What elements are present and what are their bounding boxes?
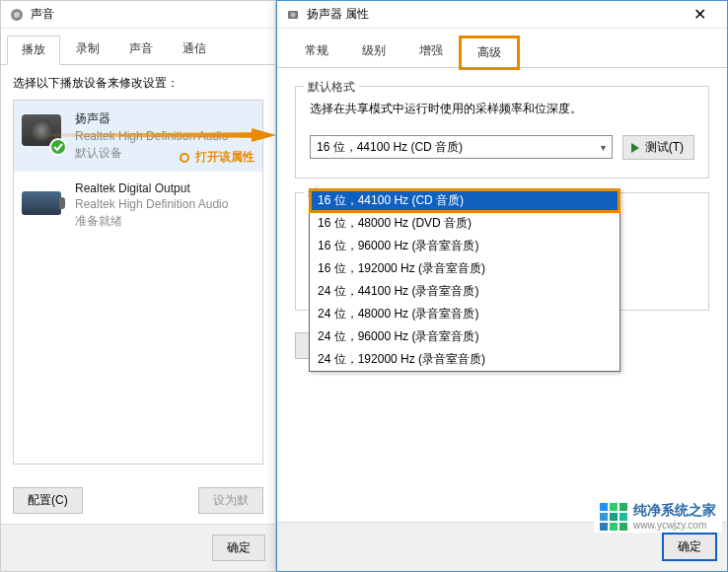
sound-body: 选择以下播放设备来修改设置： 扬声器 Realtek High Definiti… [1, 65, 275, 474]
playback-instruction: 选择以下播放设备来修改设置： [13, 75, 263, 92]
watermark-text: 纯净系统之家 www.ycwjzy.com [633, 502, 716, 531]
svg-point-3 [291, 12, 296, 17]
dropdown-option[interactable]: 24 位，48000 Hz (录音室音质) [310, 303, 619, 325]
sound-window: 声音 播放 录制 声音 通信 选择以下播放设备来修改设置： 扬声器 Realte… [0, 0, 276, 572]
callout-text: 打开该属性 [195, 149, 255, 166]
properties-titlebar: 扬声器 属性 ✕ [277, 1, 727, 29]
close-button[interactable]: ✕ [680, 5, 719, 24]
test-button[interactable]: 测试(T) [622, 135, 694, 160]
format-dropdown[interactable]: 16 位，44100 Hz (CD 音质) 16 位，48000 Hz (DVD… [309, 188, 620, 372]
dropdown-option[interactable]: 24 位，96000 Hz (录音室音质) [310, 325, 619, 348]
sound-tabs: 播放 录制 声音 通信 [1, 29, 275, 65]
watermark: 纯净系统之家 www.ycwjzy.com [594, 500, 722, 533]
device-sub: Realtek High Definition Audio [75, 197, 228, 211]
device-status: 准备就绪 [75, 213, 228, 230]
default-format-desc: 选择在共享模式中运行时使用的采样频率和位深度。 [310, 101, 694, 117]
callout-bullet-icon [180, 153, 189, 163]
device-list: 扬声器 Realtek High Definition Audio 默认设备 打… [13, 100, 263, 465]
dropdown-option[interactable]: 16 位，192000 Hz (录音室音质) [310, 257, 619, 280]
format-combobox[interactable]: 16 位，44100 Hz (CD 音质) ▾ [310, 135, 613, 159]
properties-title: 扬声器 属性 [307, 6, 369, 23]
properties-ok-button[interactable]: 确定 [662, 533, 717, 561]
device-name: 扬声器 [75, 110, 228, 127]
properties-tabs: 常规 级别 增强 高级 [277, 29, 727, 68]
sound-ok-button[interactable]: 确定 [212, 535, 265, 561]
sound-titlebar: 声音 [1, 1, 275, 29]
device-text: Realtek Digital Output Realtek High Defi… [75, 181, 228, 230]
tab-playback[interactable]: 播放 [7, 36, 60, 65]
watermark-title: 纯净系统之家 [633, 502, 716, 520]
device-sub: Realtek High Definition Audio [75, 129, 228, 143]
tab-advanced[interactable]: 高级 [461, 37, 518, 68]
test-button-label: 测试(T) [645, 139, 684, 156]
tab-communications[interactable]: 通信 [169, 36, 220, 65]
watermark-logo-icon [600, 503, 627, 531]
callout-annotation: 打开该属性 [180, 149, 255, 166]
tab-levels[interactable]: 级别 [346, 36, 401, 67]
svg-point-1 [14, 12, 20, 18]
tab-enhancements[interactable]: 增强 [403, 36, 459, 67]
format-row: 16 位，44100 Hz (CD 音质) ▾ 测试(T) [310, 135, 694, 160]
set-default-button[interactable]: 设为默 [198, 487, 263, 514]
dropdown-option[interactable]: 16 位，96000 Hz (录音室音质) [310, 235, 619, 257]
speaker-titlebar-icon [285, 7, 301, 23]
device-item-digital[interactable]: Realtek Digital Output Realtek High Defi… [14, 172, 262, 240]
play-icon [631, 143, 639, 153]
sound-footer: 确定 [1, 524, 275, 571]
properties-window: 扬声器 属性 ✕ 常规 级别 增强 高级 默认格式 选择在共享模式中运行时使用的… [276, 0, 728, 572]
digital-device-icon [22, 181, 65, 225]
dropdown-option[interactable]: 16 位，44100 Hz (CD 音质) [310, 189, 619, 212]
dropdown-option[interactable]: 16 位，48000 Hz (DVD 音质) [310, 212, 619, 235]
tab-general[interactable]: 常规 [289, 36, 344, 67]
watermark-url: www.ycwjzy.com [633, 520, 716, 531]
chevron-down-icon: ▾ [601, 142, 606, 153]
format-combo-value: 16 位，44100 Hz (CD 音质) [317, 139, 463, 156]
dropdown-option[interactable]: 24 位，44100 Hz (录音室音质) [310, 280, 619, 303]
dropdown-option[interactable]: 24 位，192000 Hz (录音室音质) [310, 348, 619, 371]
default-format-group: 默认格式 选择在共享模式中运行时使用的采样频率和位深度。 16 位，44100 … [295, 86, 709, 179]
tab-recording[interactable]: 录制 [62, 36, 113, 65]
default-check-icon [49, 138, 67, 156]
sound-bottom-row: 配置(C) 设为默 [13, 487, 263, 514]
tab-sounds[interactable]: 声音 [115, 36, 167, 65]
device-name: Realtek Digital Output [75, 181, 228, 195]
device-item-speakers[interactable]: 扬声器 Realtek High Definition Audio 默认设备 打… [14, 101, 262, 172]
sound-icon [9, 7, 25, 23]
default-format-legend: 默认格式 [304, 79, 359, 96]
speaker-device-icon [22, 110, 65, 154]
sound-title: 声音 [31, 6, 54, 23]
configure-button[interactable]: 配置(C) [13, 487, 83, 514]
